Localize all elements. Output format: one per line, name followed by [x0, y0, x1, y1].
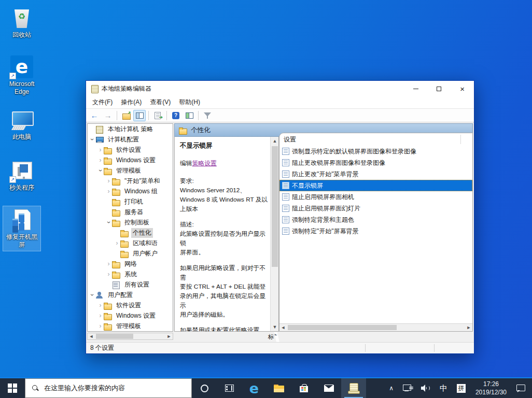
- gpedit-taskbar-button[interactable]: [341, 378, 366, 398]
- close-button[interactable]: ×: [451, 81, 474, 96]
- tree-item-control-panel[interactable]: 控制面板: [88, 217, 173, 228]
- ime-badge-button[interactable]: 拼: [453, 378, 469, 398]
- console-tree-toggle-button[interactable]: [133, 110, 146, 121]
- back-button[interactable]: ←: [88, 110, 101, 121]
- expander-icon[interactable]: [105, 271, 112, 278]
- taskbar-search[interactable]: 在这里输入你要搜索的内容: [25, 378, 192, 398]
- tree-horizontal-scrollbar[interactable]: ◄ ►: [87, 333, 173, 340]
- up-one-level-button[interactable]: [120, 110, 132, 121]
- policy-row[interactable]: 阻止启用锁屏界面相机: [279, 191, 472, 203]
- tree-item-personalization[interactable]: 个性化: [88, 228, 173, 238]
- scroll-left-icon[interactable]: ◄: [279, 324, 287, 331]
- desktop-icon-label: 修复开机黑屏: [4, 233, 39, 249]
- scrollbar-thumb[interactable]: [288, 325, 397, 330]
- desktop-icon-registry-file[interactable]: 修复开机黑屏: [3, 206, 40, 251]
- policy-details-body: 不显示锁屏 编辑策略设置 要求: Windows Server 2012、 Wi…: [175, 137, 270, 331]
- menu-help[interactable]: 帮助(H): [175, 96, 204, 108]
- policy-row[interactable]: 阻止更改锁屏界面图像和登录图像: [279, 157, 472, 168]
- scroll-down-icon[interactable]: ▼: [271, 323, 279, 331]
- policy-row[interactable]: 防止更改"开始"菜单背景: [279, 168, 472, 180]
- mail-button[interactable]: [316, 378, 341, 398]
- tree-item-printers[interactable]: 打印机: [88, 196, 173, 207]
- network-button[interactable]: [399, 378, 415, 398]
- hidden-icons-button[interactable]: ∧: [385, 378, 397, 398]
- menu-file[interactable]: 文件(F): [88, 96, 117, 108]
- expander-icon[interactable]: [97, 312, 104, 319]
- expander-icon[interactable]: [89, 136, 95, 143]
- edit-policy-setting-link[interactable]: 策略设置: [192, 160, 217, 167]
- policy-row[interactable]: 强制特定"开始"屏幕背景: [279, 225, 472, 237]
- tree-item-windows-settings-user[interactable]: Windows 设置: [88, 310, 173, 321]
- expander-icon[interactable]: [114, 239, 120, 247]
- help-button[interactable]: ?: [170, 110, 182, 121]
- tree-item-user-accounts[interactable]: 用户帐户: [88, 248, 173, 259]
- desktop-icon-recycle-bin[interactable]: 回收站: [3, 4, 40, 41]
- desktop-icon-this-pc[interactable]: 此电脑: [3, 106, 40, 143]
- volume-button[interactable]: [417, 378, 434, 398]
- expander-icon[interactable]: [89, 291, 95, 298]
- tree-item-server[interactable]: 服务器: [88, 207, 173, 217]
- menu-action[interactable]: 操作(A): [117, 96, 146, 108]
- cortana-button[interactable]: [192, 378, 217, 398]
- export-list-button[interactable]: [151, 110, 164, 121]
- scrollbar-thumb[interactable]: [96, 334, 133, 339]
- tree-item-software-settings-user[interactable]: 软件设置: [88, 300, 173, 310]
- column-separator[interactable]: [460, 135, 461, 144]
- tree-item-software-settings[interactable]: 软件设置: [88, 145, 173, 155]
- expander-icon[interactable]: [105, 219, 112, 226]
- tree-item-start-menu[interactable]: "开始"菜单和: [88, 176, 173, 186]
- scroll-right-icon[interactable]: ►: [465, 324, 472, 331]
- scroll-left-icon[interactable]: ◄: [88, 333, 95, 339]
- expander-icon[interactable]: [97, 146, 104, 153]
- desktop-icon-app-shortcut[interactable]: ↗ 秒关程序: [3, 157, 40, 194]
- tree-item-user-config[interactable]: 用户配置: [88, 290, 173, 300]
- console-tree-toggle-icon: [136, 112, 144, 119]
- expander-icon[interactable]: [105, 188, 112, 195]
- expander-icon[interactable]: [97, 302, 104, 309]
- tree-item-windows-settings[interactable]: Windows 设置: [88, 155, 173, 165]
- tree-item-computer-config[interactable]: 计算机配置: [88, 134, 173, 145]
- tree-item-admin-templates[interactable]: 管理模板: [88, 165, 173, 176]
- ime-mode-button[interactable]: 中: [436, 378, 451, 398]
- task-view-button[interactable]: [217, 378, 242, 398]
- expander-icon[interactable]: [97, 157, 104, 164]
- list-horizontal-scrollbar[interactable]: ◄ ►: [279, 323, 472, 331]
- settings-column-header[interactable]: 设置: [279, 133, 472, 146]
- menu-view[interactable]: 查看(V): [146, 96, 175, 108]
- expander-icon[interactable]: [105, 177, 112, 184]
- scroll-up-icon[interactable]: ▲: [271, 137, 279, 145]
- policy-row[interactable]: 强制显示特定的默认锁屏界面图像和登录图像: [279, 146, 472, 157]
- tree-item-network[interactable]: 网络: [88, 259, 173, 269]
- desktop-icon-edge[interactable]: ↗ Microsoft Edge: [3, 53, 40, 98]
- policy-row[interactable]: 强制特定背景和主题色: [279, 214, 472, 225]
- scroll-right-icon[interactable]: ►: [165, 333, 173, 339]
- taskbar: 在这里输入你要搜索的内容 e ∧ 中 拼 17:26 2019/12/30: [0, 377, 532, 398]
- file-explorer-button[interactable]: [267, 378, 291, 398]
- expander-icon[interactable]: [97, 322, 104, 330]
- expander-icon[interactable]: [97, 167, 104, 174]
- requirements-label: 要求:: [180, 176, 268, 186]
- scrollbar-thumb[interactable]: [272, 146, 278, 267]
- maximize-button[interactable]: [427, 81, 451, 96]
- filter-button[interactable]: [201, 110, 214, 121]
- policy-row[interactable]: 阻止启用锁屏界面幻灯片: [279, 203, 472, 214]
- tree-item-admin-templates-user[interactable]: 管理模板: [88, 321, 173, 331]
- policy-row-selected[interactable]: 不显示锁屏: [279, 180, 472, 191]
- action-center-button[interactable]: [513, 378, 529, 398]
- forward-button[interactable]: →: [102, 110, 114, 121]
- tree-item-local-policy[interactable]: 本地计算机 策略: [88, 124, 173, 134]
- edge-taskbar-button[interactable]: e: [242, 378, 267, 398]
- expander-icon[interactable]: [105, 260, 112, 267]
- tree-item-region-language[interactable]: 区域和语: [88, 238, 173, 248]
- title-bar[interactable]: 本地组策略编辑器 ×: [86, 81, 474, 96]
- details-vertical-scrollbar[interactable]: ▲ ▼: [270, 137, 278, 331]
- clock[interactable]: 17:26 2019/12/30: [471, 380, 511, 396]
- tree-item-windows-components[interactable]: Windows 组: [88, 186, 173, 196]
- store-button[interactable]: [291, 378, 316, 398]
- action-pane-toggle-button[interactable]: [183, 110, 195, 121]
- tree-item-system[interactable]: 系统: [88, 269, 173, 279]
- start-button[interactable]: [0, 378, 25, 398]
- tree-item-all-settings[interactable]: 所有设置: [88, 279, 173, 290]
- minimize-button[interactable]: [404, 81, 427, 96]
- description-label: 描述:: [180, 220, 268, 229]
